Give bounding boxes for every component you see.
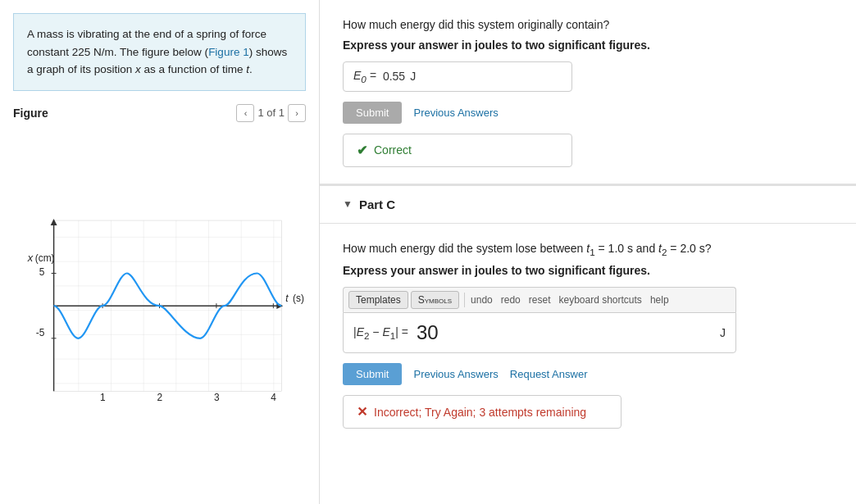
part-c-result-text: Incorrect; Try Again; 3 attempts remaini… [374, 406, 586, 419]
svg-text:1: 1 [100, 392, 106, 403]
templates-button[interactable]: Templates [348, 291, 408, 309]
figure-link[interactable]: Figure 1 [208, 46, 249, 58]
symbols-button[interactable]: Symbols [411, 291, 459, 309]
part-c-btn-row: Submit Previous Answers Request Answer [343, 363, 833, 385]
part-c-header[interactable]: ▼ Part C [320, 184, 856, 224]
part-b-question: How much energy did this system original… [343, 16, 833, 34]
math-input[interactable] [417, 321, 712, 344]
part-c-arrow[interactable]: ▼ [343, 198, 353, 210]
part-b-section: How much energy did this system original… [320, 0, 856, 184]
svg-text:2: 2 [157, 392, 163, 403]
part-c-submit-button[interactable]: Submit [343, 363, 402, 385]
math-toolbar: Templates Symbols undo redo reset keyboa… [343, 287, 736, 312]
variable-x: x [135, 63, 141, 75]
reset-button[interactable]: reset [526, 292, 554, 308]
math-unit: J [720, 326, 726, 339]
toolbar-sep-1 [464, 293, 465, 307]
svg-text:3: 3 [214, 392, 220, 403]
figure-area: Figure ‹ 1 of 1 › [13, 104, 306, 491]
part-b-answer-label: E0 = [353, 69, 376, 84]
part-b-answer-unit: J [410, 70, 416, 83]
svg-text:4: 4 [271, 392, 276, 403]
problem-text-4: . [249, 63, 253, 75]
part-b-btn-row: Submit Previous Answers [343, 102, 833, 124]
part-c-question: How much energy did the system lose betw… [343, 240, 833, 259]
x-icon: ✕ [357, 404, 367, 420]
part-c-instruction: Express your answer in joules to two sig… [343, 264, 833, 277]
figure-nav-label: 1 of 1 [257, 107, 285, 119]
part-b-answer-value: 0.55 [383, 70, 405, 83]
graph-container: x (cm) t (s) 5 -5 1 2 3 4 [13, 129, 306, 491]
part-b-submit-button[interactable]: Submit [343, 102, 402, 124]
part-b-prev-answers-button[interactable]: Previous Answers [413, 107, 498, 119]
figure-header: Figure ‹ 1 of 1 › [13, 104, 306, 122]
problem-description: A mass is vibrating at the end of a spri… [13, 13, 306, 91]
part-b-answer-box: E0 = 0.55 J [343, 61, 572, 92]
svg-text:t: t [285, 293, 289, 304]
part-b-result-text: Correct [374, 143, 412, 157]
svg-text:5: 5 [39, 266, 45, 278]
math-input-row: |E2 − E1| = J [343, 312, 736, 353]
figure-title: Figure [13, 107, 48, 120]
svg-text:-5: -5 [36, 327, 45, 338]
figure-next-button[interactable]: › [288, 104, 306, 122]
right-panel: How much energy did this system original… [320, 0, 856, 504]
graph-svg: x (cm) t (s) 5 -5 1 2 3 4 [13, 129, 306, 491]
figure-prev-button[interactable]: ‹ [236, 104, 254, 122]
problem-text-3: as a function of time [141, 63, 246, 75]
svg-text:(s): (s) [293, 293, 304, 304]
undo-button[interactable]: undo [467, 292, 496, 308]
check-icon: ✔ [357, 143, 367, 158]
svg-text:(cm): (cm) [35, 252, 55, 263]
math-prefix: |E2 − E1| = [353, 325, 408, 341]
svg-text:x: x [27, 251, 34, 263]
keyboard-shortcuts-button[interactable]: keyboard shortcuts [555, 292, 644, 308]
part-c-label: Part C [359, 198, 395, 211]
redo-button[interactable]: redo [498, 292, 524, 308]
part-b-instruction: Express your answer in joules to two sig… [343, 39, 833, 52]
figure-nav: ‹ 1 of 1 › [236, 104, 306, 122]
part-c-request-answer-button[interactable]: Request Answer [510, 368, 588, 380]
left-panel: A mass is vibrating at the end of a spri… [0, 0, 320, 504]
part-c-section: How much energy did the system lose betw… [320, 224, 856, 445]
part-b-result: ✔ Correct [343, 134, 572, 167]
part-c-prev-answers-button[interactable]: Previous Answers [413, 368, 498, 380]
help-button[interactable]: help [647, 292, 672, 308]
part-c-result: ✕ Incorrect; Try Again; 3 attempts remai… [343, 395, 622, 429]
